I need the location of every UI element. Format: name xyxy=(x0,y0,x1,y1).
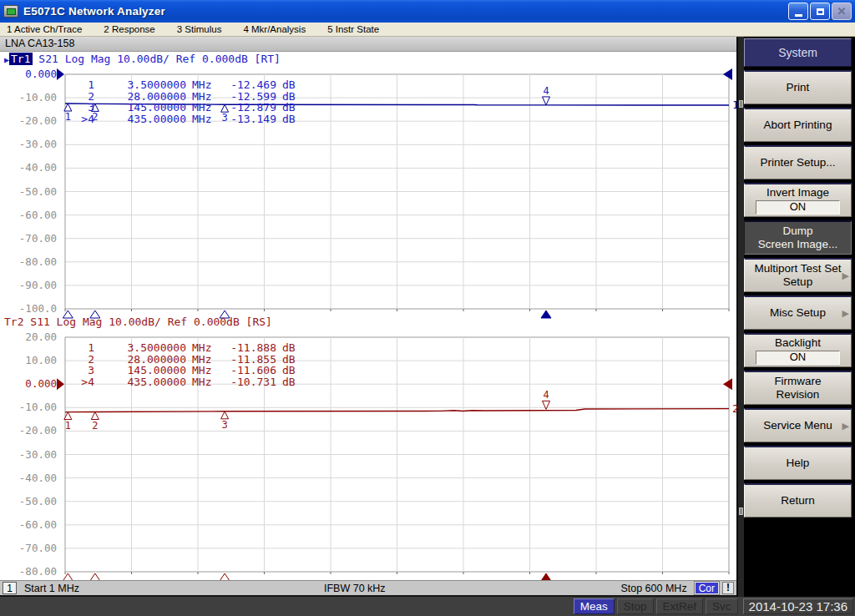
tr2-marker-row-2: 228.000000MHz-11.855dB xyxy=(72,354,296,366)
minimize-button[interactable] xyxy=(788,3,808,20)
restore-button[interactable] xyxy=(810,3,830,20)
tr2-ytick--80.00: -80.00 xyxy=(3,566,57,578)
softkey-abort-printing[interactable]: Abort Printing xyxy=(744,108,852,142)
close-icon: ✕ xyxy=(837,6,847,17)
tr1-ref-arrow-left-icon xyxy=(57,68,64,80)
tr2-marker-3[interactable]: 3 xyxy=(221,412,229,431)
tr1-ytick--50.00: -50.00 xyxy=(3,186,57,198)
softkey-misc-setup[interactable]: Misc Setup▶ xyxy=(744,295,852,330)
tr1-ytick--80.00: -80.00 xyxy=(3,256,57,268)
menu-item-mkr-analysis[interactable]: 4 Mkr/Analysis xyxy=(243,24,306,34)
tr2-marker-2[interactable]: 2 xyxy=(91,412,99,432)
trace2-header[interactable]: Tr2 S11 Log Mag 10.00dB/ Ref 0.000dB [RS… xyxy=(4,316,272,329)
softkey-firmware-revision[interactable]: FirmwareRevision xyxy=(744,371,852,405)
softkey-dump-screen-image-label: Screen Image... xyxy=(758,238,837,251)
trace2-name: Tr2 xyxy=(4,316,23,328)
tr2-ytick-20.00: 20.00 xyxy=(3,331,57,343)
svg-text:4: 4 xyxy=(543,85,549,97)
tr2-ytick--60.00: -60.00 xyxy=(3,519,57,531)
menu-item-response[interactable]: 2 Response xyxy=(104,24,154,34)
status-indicator-extref: ExtRef xyxy=(656,598,704,614)
softkey-service-menu-label: Service Menu xyxy=(763,419,832,432)
trace1-settings: S21 Log Mag 10.00dB/ Ref 0.000dB [RT] xyxy=(33,53,281,65)
tr1-ytick--40.00: -40.00 xyxy=(3,162,57,174)
tr1-marker-4[interactable]: 4 xyxy=(543,85,550,105)
softkey-scrollbar[interactable] xyxy=(738,37,744,597)
trace1-header[interactable]: ▶Tr1 S21 Log Mag 10.00dB/ Ref 0.000dB [R… xyxy=(4,53,281,66)
tr2-ytick-10.00: 10.00 xyxy=(3,355,57,366)
tr1-marker-row-1: 13.5000000MHz-12.469dB xyxy=(72,79,296,91)
close-button[interactable]: ✕ xyxy=(832,3,852,20)
tr2-ytick--70.00: -70.00 xyxy=(3,543,57,554)
softkey-print[interactable]: Print xyxy=(744,70,852,104)
channel-status-bar: 1 Start 1 MHz IFBW 70 kHz Stop 600 MHz C… xyxy=(0,580,736,597)
submenu-arrow-icon: ▶ xyxy=(842,306,849,320)
tr2-ytick--20.00: -20.00 xyxy=(3,425,57,437)
window-titlebar: E5071C Network Analyzer ✕ xyxy=(0,0,855,23)
softkey-firmware-revision-label: Revision xyxy=(777,388,820,401)
menu-item-instr-state[interactable]: 5 Instr State xyxy=(327,24,379,34)
tr2-ytick--30.00: -30.00 xyxy=(3,449,57,461)
softkey-abort-printing-label: Abort Printing xyxy=(764,119,832,132)
tr2-ytick-0.000: 0.000 xyxy=(3,378,57,390)
svg-text:4: 4 xyxy=(543,389,549,401)
tr1-ytick--100.0: -100.0 xyxy=(3,303,57,315)
softkey-scroll-up[interactable] xyxy=(739,100,743,108)
channel-number: 1 xyxy=(3,582,17,594)
softkey-multiport-test-set-setup[interactable]: Multiport Test SetSetup▶ xyxy=(744,258,852,292)
submenu-arrow-icon: ▶ xyxy=(842,269,849,282)
tr1-ytick--90.00: -90.00 xyxy=(3,280,57,291)
softkey-service-menu[interactable]: Service Menu▶ xyxy=(744,408,852,442)
softkey-return[interactable]: Return xyxy=(744,483,852,518)
softkey-menu-title: System xyxy=(744,38,852,67)
tr1-marker-4-stimulus-icon xyxy=(541,311,551,318)
softkey-help[interactable]: Help xyxy=(744,446,852,480)
softkey-scroll-down[interactable] xyxy=(739,507,743,515)
menu-item-active-ch-trace[interactable]: 1 Active Ch/Trace xyxy=(7,24,82,34)
tr1-end-label: 1 xyxy=(732,98,738,111)
tr2-marker-table: 13.5000000MHz-11.888dB228.000000MHz-11.8… xyxy=(72,342,296,387)
softkey-backlight-value: ON xyxy=(756,351,841,365)
minimize-icon xyxy=(795,14,802,17)
softkey-return-label: Return xyxy=(781,494,815,507)
window-title: E5071C Network Analyzer xyxy=(23,5,788,18)
tr1-ref-arrow-right-icon xyxy=(723,68,732,80)
tr1-marker-table: 13.5000000MHz-12.469dB228.000000MHz-12.5… xyxy=(72,79,296,124)
svg-text:1: 1 xyxy=(65,420,71,432)
tr2-marker-row-1: 13.5000000MHz-11.888dB xyxy=(72,342,296,354)
tr2-marker-row-4: >4435.00000MHz-10.731dB xyxy=(72,376,296,388)
datetime-readout: 2014-10-23 17:36 xyxy=(743,598,853,614)
tr1-ytick--70.00: -70.00 xyxy=(3,233,57,245)
instrument-status-bar: MeasStopExtRefSvc 2014-10-23 17:36 xyxy=(0,597,855,616)
status-indicator-svc: Svc xyxy=(706,598,738,614)
softkey-backlight[interactable]: BacklightON xyxy=(744,333,852,367)
tr2-marker-4[interactable]: 4 xyxy=(543,389,550,409)
softkey-invert-image[interactable]: Invert ImageON xyxy=(744,183,852,217)
sweep-start-readout: Start 1 MHz xyxy=(24,583,79,594)
tr2-ref-arrow-right-icon xyxy=(723,378,732,390)
tr2-ytick--10.00: -10.00 xyxy=(3,401,57,413)
tr1-marker-row-3: 3145.00000MHz-12.879dB xyxy=(72,102,296,114)
status-indicator-meas: Meas xyxy=(574,598,615,614)
svg-text:2: 2 xyxy=(92,420,98,432)
softkey-backlight-label: Backlight xyxy=(775,336,821,350)
softkey-menu: System PrintAbort PrintingPrinter Setup.… xyxy=(738,37,853,597)
trace1-name: Tr1 xyxy=(9,53,32,65)
menu-item-stimulus[interactable]: 3 Stimulus xyxy=(177,24,222,34)
softkey-dump-screen-image[interactable]: DumpScreen Image... xyxy=(744,220,852,255)
ifbw-readout: IFBW 70 kHz xyxy=(324,583,386,594)
softkey-dump-screen-image-label: Dump xyxy=(782,225,812,238)
tr1-ytick--20.00: -20.00 xyxy=(3,115,57,127)
tr1-ytick--60.00: -60.00 xyxy=(3,210,57,221)
analyzer-display: LNA CA13-158 ▶Tr1 S21 Log Mag 10.00dB/ R… xyxy=(0,37,738,597)
tr1-marker-row-4: >4435.00000MHz-13.149dB xyxy=(72,114,296,125)
status-indicator-stop: Stop xyxy=(617,598,654,614)
softkey-printer-setup-label: Printer Setup... xyxy=(760,156,835,169)
tr1-ytick--10.00: -10.00 xyxy=(3,92,57,104)
analyzer-screen: E5071C Network Analyzer ✕ 1 Active Ch/Tr… xyxy=(0,0,855,616)
app-icon-screen xyxy=(7,8,16,15)
svg-text:1: 1 xyxy=(65,111,71,123)
trace2-settings: S11 Log Mag 10.00dB/ Ref 0.000dB [RS] xyxy=(23,316,271,328)
restore-icon xyxy=(817,8,824,15)
softkey-printer-setup[interactable]: Printer Setup... xyxy=(744,145,852,179)
